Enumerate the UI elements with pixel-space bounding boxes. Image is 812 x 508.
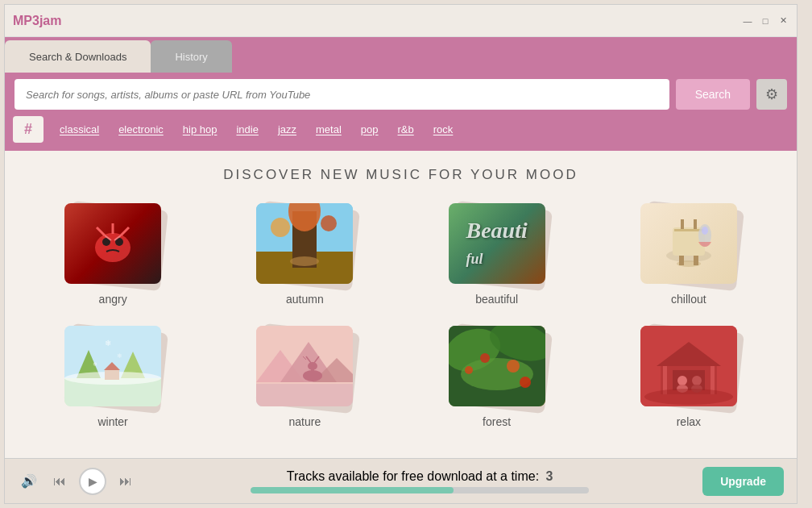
svg-rect-19 (679, 256, 684, 265)
genre-pop[interactable]: pop (351, 119, 388, 140)
mood-thumb-wrapper-angry (56, 199, 169, 288)
upgrade-button[interactable]: Upgrade (702, 467, 784, 496)
app-logo: MP3jam (13, 14, 61, 28)
mood-image-forest (449, 326, 545, 406)
svg-rect-15 (681, 219, 684, 229)
mood-label-angry: angry (99, 293, 127, 306)
maximize-button[interactable]: □ (760, 15, 771, 27)
mood-thumb-wrapper-chillout (632, 199, 745, 288)
mood-label-nature: nature (289, 415, 321, 428)
mood-image-relax (640, 326, 737, 406)
mood-label-beautiful: beautiful (475, 293, 518, 306)
mood-label-chillout: chillout (671, 293, 706, 306)
mood-angry[interactable]: angry (29, 199, 197, 306)
mood-thumb-wrapper-nature (248, 322, 361, 410)
svg-rect-45 (256, 384, 353, 406)
svg-text:❄: ❄ (93, 361, 97, 367)
svg-rect-33 (105, 370, 119, 380)
mood-autumn[interactable]: autumn (221, 199, 388, 306)
genre-hash[interactable]: # (13, 116, 44, 143)
minimize-button[interactable]: — (742, 15, 753, 27)
mood-thumb-wrapper-forest (441, 322, 553, 410)
svg-point-64 (644, 389, 733, 405)
mood-label-forest: forest (483, 415, 511, 428)
svg-point-50 (480, 353, 490, 363)
mood-image-autumn (256, 203, 353, 284)
close-button[interactable]: ✕ (777, 15, 789, 27)
volume-button[interactable]: 🔊 (18, 470, 40, 493)
svg-point-41 (308, 362, 317, 370)
next-icon: ⏭ (119, 474, 132, 489)
main-content: DISCOVER NEW MUSIC FOR YOUR MOOD (5, 151, 797, 458)
mood-label-autumn: autumn (286, 293, 324, 306)
svg-point-11 (321, 215, 337, 231)
previous-button[interactable]: ⏮ (48, 470, 71, 493)
search-bar: Search ⚙ (5, 73, 797, 116)
mood-thumb-wrapper-winter: ❄ ❄ ❄ (56, 322, 169, 410)
svg-point-22 (702, 227, 708, 235)
tracks-info: Tracks available for free download at a … (147, 469, 693, 493)
search-button[interactable]: Search (676, 79, 750, 110)
mood-forest[interactable]: forest (413, 322, 581, 428)
mood-label-relax: relax (677, 415, 701, 428)
settings-button[interactable]: ⚙ (756, 79, 787, 110)
tracks-text: Tracks available for free download at a … (287, 469, 553, 484)
tab-history[interactable]: History (151, 40, 231, 73)
next-button[interactable]: ⏭ (114, 470, 137, 493)
svg-point-51 (507, 360, 520, 373)
svg-point-61 (692, 376, 702, 385)
svg-point-10 (271, 218, 290, 237)
volume-icon: 🔊 (21, 473, 37, 489)
mood-nature[interactable]: nature (221, 322, 388, 428)
app-window: MP3jam — □ ✕ Search & Downloads History … (4, 4, 798, 504)
genre-electronic[interactable]: electronic (109, 119, 173, 140)
search-input[interactable] (14, 79, 669, 110)
genre-classical[interactable]: classical (50, 119, 109, 140)
mood-winter[interactable]: ❄ ❄ ❄ winter (29, 322, 197, 428)
svg-point-52 (465, 366, 473, 374)
mood-label-winter: winter (97, 415, 127, 428)
genre-hiphop[interactable]: hip hop (173, 119, 227, 140)
discover-title: DISCOVER NEW MUSIC FOR YOUR MOOD (29, 167, 773, 183)
genre-metal[interactable]: metal (306, 119, 351, 140)
svg-line-4 (121, 227, 129, 235)
svg-text:❄: ❄ (105, 339, 111, 348)
gear-icon: ⚙ (765, 85, 778, 103)
svg-text:❄: ❄ (117, 352, 122, 360)
svg-line-3 (97, 227, 105, 235)
mood-thumb-wrapper-beautiful: Beautiful (441, 199, 553, 288)
svg-point-60 (677, 376, 687, 385)
play-button[interactable]: ▶ (79, 468, 106, 495)
mood-beautiful[interactable]: Beautiful beautiful (413, 199, 581, 306)
svg-point-0 (95, 233, 130, 262)
mood-relax[interactable]: relax (605, 322, 773, 428)
genre-indie[interactable]: indie (226, 119, 267, 140)
mood-grid: angry (29, 199, 773, 428)
player-controls: 🔊 ⏮ ▶ ⏭ (18, 468, 137, 495)
mood-chillout[interactable]: chillout (605, 199, 773, 306)
mood-image-winter: ❄ ❄ ❄ (64, 326, 161, 406)
genre-rock[interactable]: rock (424, 119, 463, 140)
title-bar: MP3jam — □ ✕ (5, 5, 797, 37)
previous-icon: ⏮ (53, 474, 66, 489)
tracks-progress-fill (251, 487, 454, 493)
tracks-progress-bar (251, 487, 589, 493)
genre-bar: # classical electronic hip hop indie jaz… (5, 116, 797, 151)
tracks-count: 3 (546, 469, 553, 483)
svg-rect-17 (674, 229, 703, 231)
tab-bar: Search & Downloads History (5, 37, 797, 73)
svg-rect-16 (694, 219, 697, 229)
mood-thumb-wrapper-relax (632, 322, 745, 410)
mood-image-beautiful: Beautiful (449, 203, 545, 284)
genre-rnb[interactable]: r&b (388, 119, 424, 140)
window-controls: — □ ✕ (742, 15, 789, 27)
mood-image-angry (64, 203, 161, 284)
mood-image-nature (256, 326, 353, 406)
play-icon: ▶ (89, 475, 97, 488)
genre-jazz[interactable]: jazz (268, 119, 306, 140)
tab-search[interactable]: Search & Downloads (5, 40, 151, 73)
mood-thumb-wrapper-autumn (248, 199, 361, 288)
mood-image-chillout (640, 203, 737, 284)
svg-rect-20 (694, 256, 698, 265)
svg-point-53 (520, 377, 531, 388)
